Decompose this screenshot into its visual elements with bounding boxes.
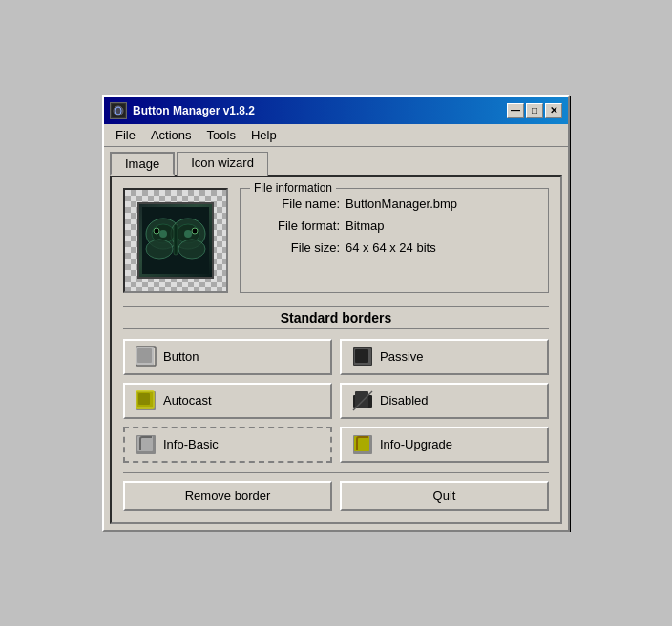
- disabled-btn[interactable]: Disabled: [340, 383, 549, 419]
- button-icon: [135, 345, 158, 368]
- svg-rect-10: [174, 224, 178, 255]
- autocast-icon: [135, 389, 158, 412]
- svg-rect-24: [138, 393, 150, 405]
- remove-border-button[interactable]: Remove border: [123, 481, 332, 511]
- app-icon: [110, 102, 127, 119]
- butterfly-image: [142, 207, 209, 274]
- svg-point-11: [159, 230, 167, 238]
- passive-btn[interactable]: Passive: [340, 339, 549, 375]
- button-grid: Button Passive Autocast: [123, 339, 549, 463]
- menubar: File Actions Tools Help: [104, 124, 568, 147]
- image-inner: [137, 202, 214, 279]
- info-basic-icon: [135, 433, 158, 456]
- tabs: Image Icon wizard: [104, 147, 568, 175]
- main-window: Button Manager v1.8.2 — □ ✕ File Actions…: [102, 95, 570, 532]
- svg-rect-18: [137, 348, 152, 363]
- passive-icon: [351, 345, 374, 368]
- minimize-button[interactable]: —: [507, 103, 524, 118]
- file-name-label: File name:: [254, 197, 340, 211]
- close-button[interactable]: ✕: [545, 103, 562, 118]
- maximize-button[interactable]: □: [526, 103, 543, 118]
- svg-point-8: [146, 240, 173, 259]
- image-preview: [123, 188, 228, 293]
- menu-help[interactable]: Help: [243, 126, 284, 144]
- menu-tools[interactable]: Tools: [200, 126, 243, 144]
- file-format-value: Bitmap: [346, 219, 384, 233]
- file-info-row-name: File name: ButtonManager.bmp: [254, 197, 535, 211]
- file-name-value: ButtonManager.bmp: [346, 197, 457, 211]
- autocast-btn[interactable]: Autocast: [123, 383, 332, 419]
- divider: [123, 472, 549, 473]
- info-upgrade-btn-label: Info-Upgrade: [380, 437, 452, 451]
- top-section: File information File name: ButtonManage…: [123, 188, 549, 293]
- file-info-row-size: File size: 64 x 64 x 24 bits: [254, 240, 535, 255]
- title-bar-left: Button Manager v1.8.2: [110, 102, 255, 119]
- tab-image[interactable]: Image: [110, 152, 175, 176]
- file-info-group: File information File name: ButtonManage…: [240, 188, 549, 293]
- bottom-buttons: Remove border Quit: [123, 481, 549, 511]
- svg-point-12: [184, 230, 192, 238]
- button-btn-label: Button: [163, 349, 200, 364]
- menu-file[interactable]: File: [108, 126, 143, 144]
- info-upgrade-icon: [351, 433, 374, 456]
- svg-point-13: [154, 228, 159, 234]
- file-size-label: File size:: [254, 240, 340, 255]
- standard-borders-header: Standard borders: [123, 306, 549, 329]
- passive-btn-label: Passive: [380, 349, 424, 364]
- button-btn[interactable]: Button: [123, 339, 332, 375]
- autocast-btn-label: Autocast: [163, 393, 212, 407]
- tab-icon-wizard[interactable]: Icon wizard: [177, 152, 268, 176]
- disabled-icon: [351, 389, 374, 412]
- svg-point-14: [192, 228, 198, 234]
- info-upgrade-btn[interactable]: Info-Upgrade: [340, 427, 549, 463]
- title-buttons: — □ ✕: [507, 103, 562, 118]
- menu-actions[interactable]: Actions: [143, 126, 200, 144]
- window-title: Button Manager v1.8.2: [133, 104, 255, 117]
- title-bar: Button Manager v1.8.2 — □ ✕: [104, 97, 568, 124]
- quit-button[interactable]: Quit: [340, 481, 549, 511]
- file-format-label: File format:: [254, 219, 340, 233]
- content-area: File information File name: ButtonManage…: [110, 175, 562, 524]
- svg-point-9: [178, 240, 205, 259]
- disabled-btn-label: Disabled: [380, 393, 429, 407]
- info-basic-btn[interactable]: Info-Basic: [123, 427, 332, 463]
- file-info-row-format: File format: Bitmap: [254, 219, 535, 233]
- info-basic-btn-label: Info-Basic: [163, 437, 219, 451]
- svg-rect-21: [355, 349, 368, 363]
- file-size-value: 64 x 64 x 24 bits: [346, 240, 436, 255]
- file-info-legend: File information: [250, 181, 336, 195]
